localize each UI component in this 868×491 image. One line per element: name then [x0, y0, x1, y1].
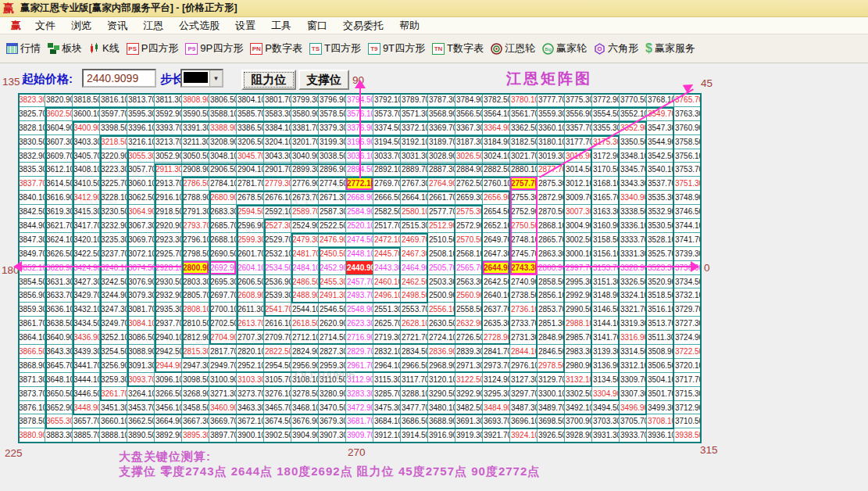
matrix-cell[interactable]: 3120.10	[428, 373, 455, 387]
matrix-cell[interactable]: 3741.70	[674, 233, 702, 247]
matrix-cell[interactable]: 3693.70	[483, 414, 510, 428]
matrix-cell[interactable]: 3067.30	[127, 219, 155, 233]
matrix-cell[interactable]: 3081.70	[127, 303, 155, 317]
matrix-cell[interactable]: 3333.70	[620, 233, 647, 247]
matrix-cell[interactable]: 3086.50	[127, 331, 155, 345]
matrix-cell[interactable]: 2700.10	[209, 303, 237, 317]
menu-item-file[interactable]: 文件	[27, 19, 63, 33]
matrix-cell[interactable]: 3919.30	[455, 428, 483, 443]
matrix-cell[interactable]: 3372.10	[401, 121, 428, 135]
matrix-cell[interactable]: 3189.70	[428, 135, 455, 149]
matrix-cell[interactable]: 2788.90	[182, 191, 209, 205]
matrix-cell[interactable]: 3062.50	[127, 191, 155, 205]
matrix-cell[interactable]: 3801.70	[264, 93, 291, 107]
matrix-cell[interactable]: 3832.90	[18, 149, 45, 163]
matrix-cell[interactable]: 3688.90	[428, 414, 455, 428]
matrix-cell[interactable]: 3369.70	[428, 121, 455, 135]
matrix-cell[interactable]: 3026.50	[455, 149, 483, 163]
matrix-cell[interactable]: 3276.10	[264, 387, 291, 401]
matrix-cell[interactable]: 3825.70	[18, 107, 45, 121]
matrix-cell[interactable]: 3722.50	[674, 345, 702, 359]
matrix-cell[interactable]: 2553.70	[401, 303, 428, 317]
matrix-cell[interactable]: 3895.30	[182, 428, 209, 443]
matrix-cell[interactable]: 3513.70	[647, 317, 674, 331]
matrix-cell[interactable]: 2983.30	[565, 345, 592, 359]
matrix-cell[interactable]: 3547.30	[647, 121, 674, 135]
matrix-cell[interactable]: 3576.10	[346, 107, 373, 121]
matrix-cell[interactable]: 3247.30	[100, 303, 127, 317]
matrix-cell[interactable]: 3936.10	[647, 428, 674, 443]
matrix-cell[interactable]: 2985.70	[565, 331, 592, 345]
matrix-cell[interactable]: 2498.50	[401, 289, 428, 303]
matrix-cell[interactable]: 3806.50	[209, 93, 237, 107]
matrix-cell[interactable]: 3554.50	[592, 107, 620, 121]
matrix-cell[interactable]: 3746.50	[674, 205, 702, 219]
matrix-cell[interactable]: 3580.90	[291, 107, 319, 121]
matrix-cell[interactable]: 3256.90	[100, 359, 127, 373]
matrix-cell[interactable]: 3489.70	[538, 401, 565, 415]
matrix-cell[interactable]: 3355.30	[592, 121, 620, 135]
matrix-cell[interactable]: 2791.30	[182, 205, 209, 219]
matrix-cell[interactable]: 3909.70	[346, 428, 373, 443]
matrix-cell[interactable]: 3792.10	[373, 93, 401, 107]
matrix-cell[interactable]: 3163.30	[592, 205, 620, 219]
matrix-cell[interactable]: 3388.90	[209, 121, 237, 135]
matrix-cell[interactable]: 3861.70	[18, 317, 45, 331]
matrix-cell[interactable]: 2755.30	[510, 191, 538, 205]
matrix-cell[interactable]: 2906.50	[209, 163, 237, 177]
matrix-cell[interactable]: 3859.30	[18, 303, 45, 317]
matrix-cell[interactable]: 2640.10	[483, 289, 510, 303]
matrix-cell[interactable]: 2784.10	[209, 177, 237, 191]
matrix-cell[interactable]: 3439.30	[73, 345, 100, 359]
matrix-cell[interactable]: 3429.70	[73, 289, 100, 303]
matrix-cell[interactable]: 2810.50	[182, 317, 209, 331]
matrix-cell[interactable]: 3264.10	[127, 387, 155, 401]
matrix-cell[interactable]: 2712.10	[291, 331, 319, 345]
matrix-cell[interactable]: 2503.30	[428, 275, 455, 289]
matrix-cell[interactable]: 2966.50	[401, 359, 428, 373]
matrix-cell[interactable]: 3417.70	[73, 219, 100, 233]
matrix-cell[interactable]: 3141.70	[592, 331, 620, 345]
matrix-cell[interactable]: 3352.90	[620, 121, 647, 135]
matrix-cell[interactable]: 2692.90	[209, 261, 237, 275]
matrix-cell[interactable]: 3182.50	[510, 135, 538, 149]
matrix-cell[interactable]: 3348.10	[620, 149, 647, 163]
matrix-cell[interactable]: 2752.90	[510, 205, 538, 219]
matrix-cell[interactable]: 2774.50	[319, 177, 346, 191]
matrix-cell[interactable]: 2764.90	[428, 177, 455, 191]
matrix-cell[interactable]: 3600.10	[73, 107, 100, 121]
matrix-cell[interactable]: 3854.50	[18, 275, 45, 289]
matrix-cell[interactable]: 2524.90	[291, 219, 319, 233]
matrix-cell[interactable]: 2623.30	[346, 317, 373, 331]
matrix-cell[interactable]: 3614.50	[45, 177, 73, 191]
matrix-cell[interactable]: 3568.90	[428, 107, 455, 121]
matrix-cell[interactable]: 3624.10	[45, 233, 73, 247]
matrix-cell[interactable]: 3031.30	[401, 149, 428, 163]
matrix-cell[interactable]: 3139.30	[592, 345, 620, 359]
matrix-cell[interactable]: 2680.90	[209, 191, 237, 205]
matrix-cell[interactable]: 3784.90	[455, 93, 483, 107]
menu-item-gann[interactable]: 江恩	[135, 19, 171, 33]
matrix-cell[interactable]: 3921.70	[483, 428, 510, 443]
matrix-cell[interactable]: 3724.90	[674, 331, 702, 345]
matrix-cell[interactable]: 3571.30	[401, 107, 428, 121]
matrix-cell[interactable]: 3511.30	[647, 331, 674, 345]
matrix-cell[interactable]: 3561.70	[510, 107, 538, 121]
matrix-cell[interactable]: 3244.90	[100, 289, 127, 303]
matrix-cell[interactable]: 2978.50	[538, 359, 565, 373]
matrix-cell[interactable]: 3028.90	[428, 149, 455, 163]
matrix-cell[interactable]: 2455.30	[319, 275, 346, 289]
matrix-cell[interactable]: 3537.70	[647, 177, 674, 191]
matrix-cell[interactable]: 3391.30	[182, 121, 209, 135]
matrix-cell[interactable]: 3237.70	[100, 247, 127, 261]
matrix-cell[interactable]: 3475.30	[373, 401, 401, 415]
matrix-cell[interactable]: 2808.10	[182, 303, 209, 317]
matrix-cell[interactable]: 2568.10	[455, 247, 483, 261]
matrix-cell[interactable]: 2954.50	[264, 359, 291, 373]
matrix-cell[interactable]: 2440.90	[346, 261, 373, 275]
matrix-cell[interactable]: 3396.10	[127, 121, 155, 135]
matrix-cell[interactable]: 3052.90	[155, 149, 182, 163]
matrix-cell[interactable]: 3319.30	[620, 317, 647, 331]
matrix-cell[interactable]: 3060.10	[127, 177, 155, 191]
matrix-cell[interactable]: 2815.30	[182, 345, 209, 359]
